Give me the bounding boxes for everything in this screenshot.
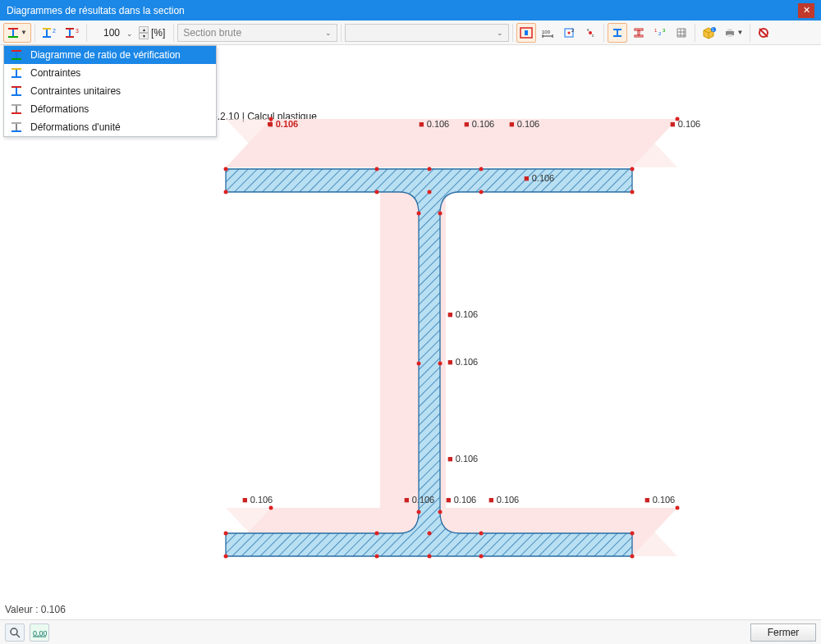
svg-text:s: s: [587, 27, 589, 32]
ratio-icon: [9, 49, 24, 61]
svg-text:100: 100: [542, 30, 551, 34]
svg-rect-51: [11, 122, 21, 124]
window-title: Diagrammes de résultats dans la section: [7, 5, 185, 16]
btn-print-dropdown[interactable]: ▼: [720, 23, 746, 43]
menu-item-deformations-unite[interactable]: Déformations d'unité: [4, 118, 216, 136]
svg-rect-23: [613, 29, 621, 30]
svg-rect-52: [11, 130, 21, 132]
separator: [86, 24, 87, 42]
diagram-type-dropdown[interactable]: ▼: [3, 23, 31, 43]
svg-rect-12: [525, 30, 528, 35]
svg-point-83: [375, 555, 379, 559]
value-label-top-1: ■ 0.106: [268, 119, 298, 129]
menu-item-contraintes-unitaires[interactable]: Contraintes unitaires: [4, 82, 216, 100]
svg-point-78: [375, 532, 379, 536]
value-label-bot-1: ■ 0.106: [242, 495, 273, 505]
chevron-down-icon: ▼: [21, 29, 27, 36]
svg-point-89: [269, 506, 273, 510]
svg-point-62: [375, 167, 379, 171]
section-i-icon: [7, 27, 19, 39]
printer-icon: [723, 27, 736, 39]
svg-point-79: [428, 532, 432, 536]
svg-rect-3: [43, 28, 51, 30]
value-label-bot-4: ■ 0.106: [488, 495, 519, 505]
svg-point-77: [224, 532, 228, 536]
unit-stress-icon: [9, 85, 24, 97]
value-label-top-4: ■ 0.106: [509, 119, 539, 129]
sigma2-icon: 2: [41, 27, 57, 39]
unit-deform-icon: [9, 121, 24, 133]
btn-show-section[interactable]: [516, 23, 536, 43]
btn-fill-section[interactable]: [608, 23, 627, 43]
btn-reset[interactable]: [754, 23, 773, 43]
svg-rect-50: [16, 106, 17, 112]
svg-point-81: [631, 532, 635, 536]
zoom-control: 100 ⌄ ▴ ▾ [%]: [95, 26, 165, 39]
btn-sc[interactable]: sc: [580, 23, 600, 43]
value-label-web-2: ■ 0.106: [447, 357, 478, 367]
btn-values[interactable]: 123: [650, 23, 670, 43]
separator: [173, 24, 174, 42]
svg-text:2: 2: [571, 28, 575, 33]
status-value-text: 0.106: [41, 604, 66, 615]
separator: [34, 24, 35, 42]
svg-text:1: 1: [654, 28, 658, 33]
svg-rect-9: [69, 30, 71, 36]
titlebar: Diagrammes de résultats dans la section …: [0, 0, 821, 21]
btn-outline-section[interactable]: [629, 23, 649, 43]
value-label-top-5: ■ 0.106: [670, 119, 700, 129]
category-combo[interactable]: ⌄: [345, 24, 509, 42]
svg-rect-39: [11, 50, 21, 52]
value-label-web-1: ■ 0.106: [447, 309, 478, 319]
svg-rect-1: [8, 36, 18, 38]
menu-item-contraintes[interactable]: Contraintes: [4, 64, 216, 82]
svg-point-85: [479, 555, 484, 559]
svg-point-86: [631, 555, 635, 559]
svg-point-76: [438, 510, 443, 514]
section-combo[interactable]: Section brute ⌄: [177, 24, 337, 42]
svg-text:c: c: [592, 33, 594, 38]
toolbar-btn-sigma-3[interactable]: 3: [62, 23, 83, 43]
svg-point-61: [224, 167, 228, 171]
btn-dimensions[interactable]: 100: [538, 23, 557, 43]
btn-stress-points[interactable]: 2: [559, 23, 579, 43]
chevron-down-icon: ⌄: [325, 29, 332, 37]
window-close-button[interactable]: ✕: [798, 3, 814, 18]
svg-rect-45: [11, 86, 21, 88]
stress-icon: [9, 67, 24, 79]
svg-rect-42: [11, 68, 21, 70]
btn-query[interactable]: [5, 623, 25, 642]
svg-rect-25: [617, 30, 618, 35]
svg-point-74: [438, 362, 443, 366]
svg-point-64: [479, 167, 484, 171]
btn-decimal[interactable]: 0,00: [30, 623, 49, 642]
svg-rect-4: [43, 36, 51, 38]
zoom-value-combo[interactable]: 100 ⌄: [95, 27, 136, 39]
menu-item-ratio[interactable]: Diagramme de ratio de vérification: [4, 46, 216, 64]
separator: [695, 24, 695, 42]
zoom-spinner[interactable]: ▴ ▾: [139, 26, 149, 39]
btn-grid[interactable]: [672, 23, 691, 43]
btn-3d-view[interactable]: 1: [699, 23, 718, 43]
value-label-bot-2: ■ 0.106: [404, 495, 434, 505]
menu-item-label: Déformations d'unité: [30, 121, 121, 133]
close-button[interactable]: Fermer: [750, 623, 816, 642]
svg-point-75: [417, 510, 421, 514]
svg-text:1: 1: [712, 27, 714, 32]
svg-rect-36: [727, 34, 732, 37]
svg-text:3: 3: [663, 28, 666, 33]
zoom-unit: [%]: [151, 27, 165, 39]
stress-points-icon: 2: [563, 27, 575, 39]
close-button-label: Fermer: [768, 627, 800, 638]
spinner-up-icon[interactable]: ▴: [139, 26, 149, 33]
toolbar-btn-sigma-2[interactable]: 2: [39, 23, 60, 43]
svg-rect-49: [11, 112, 21, 114]
svg-point-73: [417, 362, 421, 366]
zoom-value: 100: [103, 27, 120, 39]
menu-item-label: Contraintes unitaires: [30, 85, 121, 97]
value-label-bot-5: ■ 0.106: [644, 495, 675, 505]
spinner-down-icon[interactable]: ▾: [139, 33, 149, 39]
svg-rect-44: [16, 70, 17, 76]
menu-item-deformations[interactable]: Déformations: [4, 100, 216, 118]
svg-text:2: 2: [53, 28, 56, 34]
